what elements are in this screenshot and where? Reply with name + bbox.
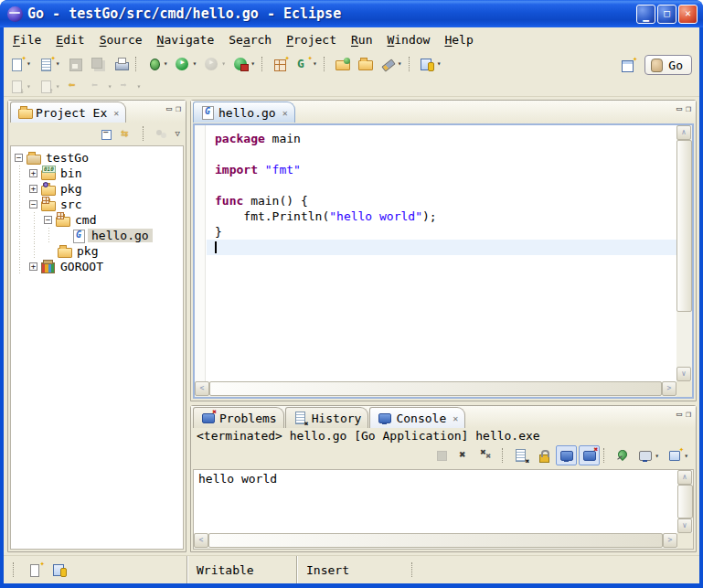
menu-help[interactable]: Help bbox=[437, 30, 480, 49]
menu-file[interactable]: File bbox=[5, 30, 48, 49]
code-line-4[interactable] bbox=[207, 177, 676, 193]
focus-on-active-task-button bbox=[151, 124, 172, 143]
scroll-left-icon[interactable]: < bbox=[195, 381, 209, 396]
tree-item-bin[interactable]: +010bin bbox=[11, 166, 183, 181]
scroll-right-icon[interactable]: > bbox=[663, 533, 677, 548]
collapse-all-button[interactable] bbox=[95, 124, 116, 143]
tab-problems[interactable]: Problems bbox=[193, 407, 284, 428]
collapse-icon[interactable]: − bbox=[44, 216, 52, 224]
close-button[interactable]: ✕ bbox=[678, 5, 698, 24]
fwdarrow-icon bbox=[119, 79, 134, 93]
show-stdout-change-button[interactable] bbox=[556, 445, 577, 465]
status-separator bbox=[13, 562, 16, 577]
tab-history[interactable]: History bbox=[285, 407, 369, 428]
console-content[interactable]: hello world ∧ ∨ < > bbox=[193, 469, 694, 550]
debug-button[interactable]: ▾ bbox=[144, 54, 171, 74]
perspective-go-button[interactable]: Go bbox=[644, 55, 692, 75]
maximize-editor-button[interactable]: ❐ bbox=[686, 102, 691, 115]
title-bar[interactable]: Go - testGo/src/cmd/hello.go - Eclipse ▁… bbox=[0, 0, 703, 27]
new-go-element-button[interactable]: ▾ bbox=[36, 54, 63, 74]
fast-view-button[interactable] bbox=[25, 560, 46, 580]
tree-item-hello-go[interactable]: hello.go bbox=[11, 228, 183, 243]
console-horizontal-scrollbar[interactable]: < > bbox=[194, 533, 677, 549]
remove-all-terminated-button[interactable] bbox=[477, 445, 498, 465]
code-line-1[interactable]: package main bbox=[207, 131, 676, 146]
tree-item-goroot[interactable]: +GOROOT bbox=[11, 259, 183, 274]
new-go-app-button[interactable]: ▾ bbox=[293, 54, 320, 74]
annotation-navigation-button[interactable]: ▾ bbox=[417, 54, 444, 74]
show-stderr-change-button[interactable] bbox=[579, 445, 600, 465]
editor-vertical-scrollbar[interactable]: ∧ ∨ bbox=[676, 125, 692, 381]
annotation-navigation-button[interactable] bbox=[49, 560, 70, 580]
pin-console-button[interactable] bbox=[612, 445, 633, 465]
scroll-right-icon[interactable]: > bbox=[662, 381, 676, 396]
collapse-icon[interactable]: − bbox=[15, 154, 23, 162]
tree-item-cmd[interactable]: −cmd bbox=[11, 212, 183, 228]
scroll-left-icon[interactable]: < bbox=[194, 533, 208, 548]
maximize-button[interactable]: □ bbox=[657, 5, 676, 24]
print-button[interactable] bbox=[111, 54, 132, 74]
run-last-launched-button[interactable] bbox=[355, 54, 376, 74]
menu-source[interactable]: Source bbox=[92, 30, 150, 49]
collapse-icon[interactable]: − bbox=[29, 200, 37, 208]
console-vertical-scrollbar[interactable]: ∧ ∨ bbox=[677, 470, 693, 533]
scroll-up-icon[interactable]: ∧ bbox=[677, 470, 692, 485]
debug-last-launched-button[interactable] bbox=[332, 54, 353, 74]
scroll-down-icon[interactable]: ∨ bbox=[677, 519, 692, 533]
editor-horizontal-scrollbar[interactable]: < > bbox=[195, 381, 676, 397]
run-button[interactable]: ▾ bbox=[172, 54, 199, 74]
display-selected-console-button[interactable]: ▾ bbox=[634, 445, 662, 465]
close-view-icon[interactable]: ✕ bbox=[113, 108, 119, 118]
maximize-view-button[interactable]: ❐ bbox=[176, 102, 181, 115]
code-line-7[interactable]: } bbox=[207, 224, 676, 240]
maximize-view-button[interactable]: ❐ bbox=[686, 408, 691, 421]
link-with-editor-button[interactable] bbox=[118, 124, 139, 143]
menu-run[interactable]: Run bbox=[344, 30, 379, 49]
editor-content[interactable]: package mainimport "fmt"func main() { fm… bbox=[193, 123, 694, 399]
tree-item-pkg[interactable]: +pkg bbox=[11, 181, 183, 197]
tree-item-src[interactable]: −src bbox=[11, 197, 183, 212]
tree-item-pkg[interactable]: pkg bbox=[11, 243, 183, 259]
minimize-view-button[interactable]: ▭ bbox=[676, 408, 682, 421]
view-menu-icon[interactable]: ▽ bbox=[173, 129, 183, 138]
menu-edit[interactable]: Edit bbox=[48, 30, 91, 49]
minimize-editor-button[interactable]: ▭ bbox=[676, 102, 682, 115]
new-wizard-button[interactable]: ▾ bbox=[6, 54, 34, 74]
project-explorer-icon bbox=[17, 105, 32, 120]
clear-console-button[interactable] bbox=[510, 445, 531, 465]
remove-launch-button[interactable] bbox=[454, 445, 475, 465]
search-button[interactable]: ▾ bbox=[378, 54, 405, 74]
close-view-icon[interactable]: ✕ bbox=[453, 413, 458, 423]
bgrid-badge-icon bbox=[42, 197, 49, 204]
menu-navigate[interactable]: Navigate bbox=[150, 30, 222, 49]
code-area[interactable]: package mainimport "fmt"func main() { fm… bbox=[207, 125, 676, 381]
scroll-down-icon[interactable]: ∨ bbox=[676, 367, 691, 381]
code-line-6[interactable]: fmt.Println("hello world"); bbox=[207, 208, 676, 224]
minimize-view-button[interactable]: ▭ bbox=[166, 102, 172, 115]
code-token: ); bbox=[422, 209, 437, 223]
tab-console[interactable]: Console✕ bbox=[369, 407, 465, 428]
scroll-lock-button[interactable] bbox=[533, 445, 554, 465]
code-line-5[interactable]: func main() { bbox=[207, 193, 676, 208]
code-line-2[interactable] bbox=[207, 146, 676, 162]
menu-window[interactable]: Window bbox=[379, 30, 437, 49]
expand-icon[interactable]: + bbox=[29, 262, 37, 271]
code-token bbox=[258, 163, 265, 176]
last-edit-location-button[interactable] bbox=[65, 76, 86, 96]
tab-hello-go[interactable]: hello.go ✕ bbox=[193, 102, 295, 123]
expand-icon[interactable]: + bbox=[29, 185, 37, 193]
open-console-button[interactable]: ▾ bbox=[664, 445, 691, 465]
code-line-8[interactable] bbox=[207, 240, 676, 255]
external-tools-button[interactable]: ▾ bbox=[230, 54, 258, 74]
code-line-3[interactable]: import "fmt" bbox=[207, 162, 676, 177]
scroll-up-icon[interactable]: ∧ bbox=[676, 125, 691, 140]
expand-icon[interactable]: + bbox=[29, 169, 37, 177]
close-editor-icon[interactable]: ✕ bbox=[282, 108, 288, 118]
menu-project[interactable]: Project bbox=[279, 30, 344, 49]
minimize-button[interactable]: ▁ bbox=[636, 5, 655, 24]
new-go-project-button[interactable] bbox=[270, 54, 291, 74]
menu-search[interactable]: Search bbox=[221, 30, 279, 49]
open-perspective-button[interactable] bbox=[617, 55, 638, 75]
tab-project-explorer[interactable]: Project Ex ✕ bbox=[10, 102, 126, 123]
tree-item-testgo[interactable]: −testGo bbox=[11, 150, 183, 166]
